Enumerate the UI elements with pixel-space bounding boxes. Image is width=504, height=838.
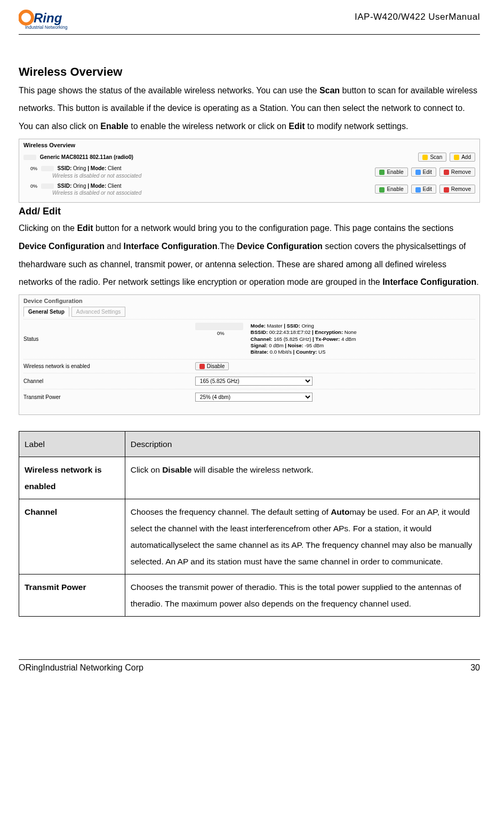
heading-wireless-overview: Wireless Overview: [19, 64, 480, 81]
channel-select[interactable]: 165 (5.825 GHz): [195, 377, 313, 386]
page-footer: ORingIndustrial Networking Corp 30: [19, 659, 480, 673]
scan-icon: [422, 155, 428, 160]
status-details: Mode: Master | SSID: Oring BSSID: 00:22:…: [251, 323, 357, 356]
panel-title: Wireless Overview: [23, 141, 475, 149]
edit-icon: [415, 170, 421, 175]
cell-description: Click on Disable will disable the wirele…: [125, 457, 479, 499]
col-description: Description: [125, 432, 479, 457]
remove-icon: [444, 170, 449, 175]
cell-description: Chooses the frequency channel. The defau…: [125, 499, 479, 574]
edit-button[interactable]: Edit: [411, 185, 436, 194]
edit-icon: [415, 187, 421, 193]
label-status: Status: [23, 336, 195, 342]
logo: Ring Industrial Networking: [19, 10, 83, 30]
status-note: Wireless is disabled or not associated: [52, 173, 141, 179]
content: Wireless Overview This page shows the st…: [19, 64, 480, 617]
page-number: 30: [470, 663, 480, 673]
disable-button[interactable]: Disable: [195, 362, 229, 370]
col-label: Label: [19, 432, 125, 457]
cell-label: Transmit Power: [19, 574, 125, 617]
label-wireless-enabled: Wireless network is enabled: [23, 363, 195, 370]
enable-icon: [379, 170, 385, 175]
device-config-panel: Device Configuration General Setup Advan…: [19, 294, 480, 415]
remove-button[interactable]: Remove: [439, 167, 475, 177]
label-channel: Channel: [23, 378, 195, 385]
label-transmit-power: Transmit Power: [23, 394, 195, 401]
signal-icon: [41, 183, 54, 189]
oring-logo-icon: Ring Industrial Networking: [19, 10, 83, 30]
enable-button[interactable]: Enable: [375, 185, 407, 194]
enable-button[interactable]: Enable: [375, 167, 407, 177]
cell-description: Chooses the transmit power of theradio. …: [125, 574, 479, 617]
overview-paragraph: This page shows the status of the availa…: [19, 82, 480, 135]
enable-icon: [379, 187, 385, 193]
add-icon: [454, 155, 459, 160]
table-row: Transmit Power Chooses the transmit powe…: [19, 574, 480, 617]
description-table: Label Description Wireless network is en…: [19, 431, 480, 617]
cell-label: Wireless network is enabled: [19, 457, 125, 499]
cell-label: Channel: [19, 499, 125, 574]
signal-bar-icon: [23, 155, 36, 160]
transmit-power-select[interactable]: 25% (4 dbm): [195, 393, 313, 402]
signal-icon: [41, 166, 54, 171]
disable-icon: [199, 364, 205, 369]
panel-title: Device Configuration: [23, 297, 475, 305]
radio-name: Generic MAC80211 802.11an (radio0): [40, 154, 133, 160]
scan-button[interactable]: Scan: [418, 153, 446, 162]
remove-icon: [444, 187, 449, 193]
add-edit-paragraph: Clicking on the Edit button for a networ…: [19, 219, 480, 291]
remove-button[interactable]: Remove: [439, 185, 475, 194]
table-row: Channel Chooses the frequency channel. T…: [19, 499, 480, 574]
heading-add-edit: Add/ Edit: [19, 205, 480, 218]
signal-meter-icon: [195, 323, 243, 330]
wireless-overview-panel: Wireless Overview Generic MAC80211 802.1…: [19, 139, 480, 203]
add-button[interactable]: Add: [450, 153, 475, 162]
tab-general-setup[interactable]: General Setup: [23, 307, 69, 317]
signal-percent: 0%: [23, 183, 37, 190]
svg-text:Ring: Ring: [34, 11, 62, 25]
edit-button[interactable]: Edit: [411, 167, 436, 177]
svg-point-0: [20, 11, 33, 24]
signal-percent: 0%: [217, 330, 225, 337]
page-header: Ring Industrial Networking IAP-W420/W422…: [19, 10, 480, 35]
svg-text:Industrial Networking: Industrial Networking: [25, 25, 68, 30]
table-row: Wireless network is enabled Click on Dis…: [19, 457, 480, 499]
doc-title: IAP-W420/W422 UserManual: [355, 10, 480, 22]
signal-percent: 0%: [23, 166, 37, 172]
tab-advanced-settings[interactable]: Advanced Settings: [71, 307, 125, 317]
status-note: Wireless is disabled or not associated: [52, 190, 141, 196]
footer-left: ORingIndustrial Networking Corp: [19, 663, 143, 673]
